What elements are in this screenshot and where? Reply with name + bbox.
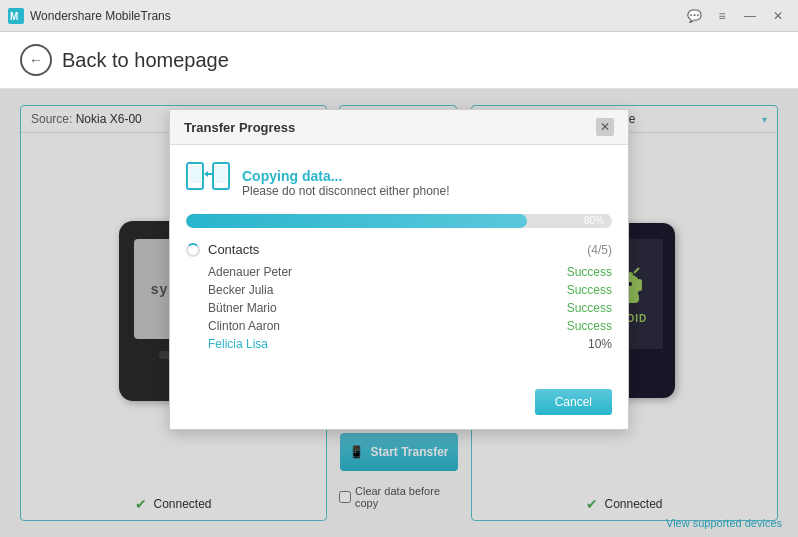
transfer-progress-modal: Transfer Progress ✕ (169, 109, 629, 430)
svg-rect-13 (189, 166, 201, 183)
contact-item: Adenauer PeterSuccess (208, 263, 612, 281)
copy-text: Copying data... Please do not disconnect… (242, 168, 449, 198)
modal-overlay: Transfer Progress ✕ (0, 89, 798, 537)
chat-button[interactable]: 💬 (682, 6, 706, 26)
copy-header: Copying data... Please do not disconnect… (186, 161, 612, 204)
contact-item: Clinton AaronSuccess (208, 317, 612, 335)
loading-spinner (186, 243, 200, 257)
close-button[interactable]: ✕ (766, 6, 790, 26)
progress-bar-container: 80% (186, 214, 612, 228)
modal-header: Transfer Progress ✕ (170, 110, 628, 145)
contact-count: (4/5) (587, 243, 612, 257)
contact-name: Becker Julia (208, 283, 273, 297)
contact-name: Felicia Lisa (208, 337, 268, 351)
copying-title: Copying data... (242, 168, 449, 184)
contact-status: Success (567, 265, 612, 279)
contact-name: Bütner Mario (208, 301, 277, 315)
contact-item: Becker JuliaSuccess (208, 281, 612, 299)
contact-name: Adenauer Peter (208, 265, 292, 279)
app-icon: M (8, 8, 24, 24)
app-title: Wondershare MobileTrans (30, 9, 682, 23)
contact-item: Felicia Lisa10% (208, 335, 612, 353)
modal-title: Transfer Progress (184, 120, 295, 135)
copy-icon (186, 161, 230, 204)
cancel-button[interactable]: Cancel (535, 389, 612, 415)
svg-rect-15 (215, 166, 227, 183)
contact-status: Success (567, 301, 612, 315)
contact-category: Contacts (208, 242, 579, 257)
contact-section: Contacts (4/5) Adenauer PeterSuccessBeck… (186, 242, 612, 353)
copying-subtitle: Please do not disconnect either phone! (242, 184, 449, 198)
back-circle-icon: ← (20, 44, 52, 76)
contact-name: Clinton Aaron (208, 319, 280, 333)
back-label: Back to homepage (62, 49, 229, 72)
modal-body: Copying data... Please do not disconnect… (170, 145, 628, 381)
main-area: Source: Nokia X6-00 ▾ symbi ✔ (0, 89, 798, 537)
app-content: ← Back to homepage Source: Nokia X6-00 ▾ (0, 32, 798, 537)
menu-button[interactable]: ≡ (710, 6, 734, 26)
modal-close-button[interactable]: ✕ (596, 118, 614, 136)
back-button[interactable]: ← Back to homepage (20, 44, 229, 76)
minimize-button[interactable]: — (738, 6, 762, 26)
contact-status: Success (567, 319, 612, 333)
progress-label: 80% (584, 214, 604, 228)
window-controls: 💬 ≡ — ✕ (682, 6, 790, 26)
modal-footer: Cancel (170, 381, 628, 429)
contact-list: Adenauer PeterSuccessBecker JuliaSuccess… (186, 263, 612, 353)
top-nav: ← Back to homepage (0, 32, 798, 89)
svg-text:M: M (10, 11, 18, 22)
contact-status: 10% (588, 337, 612, 351)
progress-fill (186, 214, 527, 228)
title-bar: M Wondershare MobileTrans 💬 ≡ — ✕ (0, 0, 798, 32)
contact-status: Success (567, 283, 612, 297)
contact-item: Bütner MarioSuccess (208, 299, 612, 317)
contact-header-row: Contacts (4/5) (186, 242, 612, 257)
